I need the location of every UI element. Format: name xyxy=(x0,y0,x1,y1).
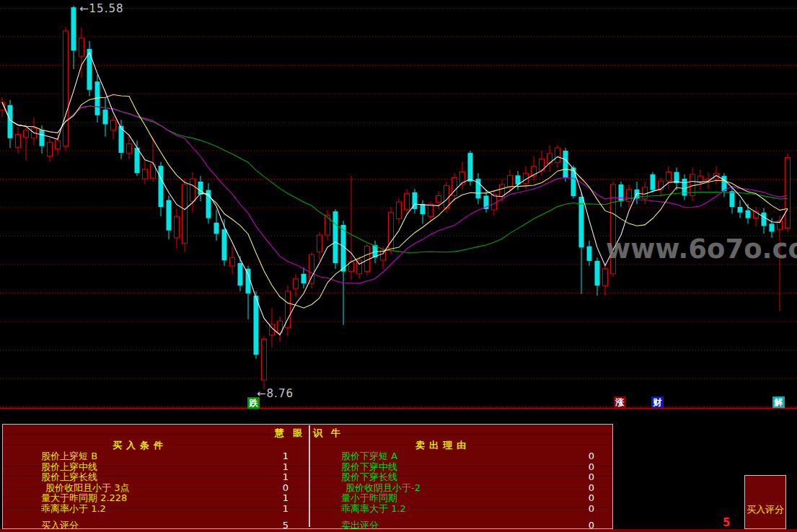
condition-value: 0 xyxy=(563,462,594,472)
candles xyxy=(0,6,791,389)
panel-title-left: 慧眼 xyxy=(275,428,311,438)
signal-panel: 慧眼 识牛 买入条件 卖出理由 股价上穿短 B1股价上穿中线1股价上穿长线1股价… xyxy=(2,424,613,529)
condition-value: 0 xyxy=(260,483,289,493)
chart-badge[interactable]: 涨 xyxy=(614,396,626,408)
bottom-strip xyxy=(0,529,797,532)
watermark: www.6o7o.com xyxy=(606,234,797,265)
panel-divider xyxy=(309,425,310,527)
condition-value: 0 xyxy=(563,472,594,482)
condition-label: 乖离率大于 1.2 xyxy=(341,504,406,514)
condition-value: 1 xyxy=(260,451,289,461)
condition-label: 乖离率小于 1.2 xyxy=(41,504,106,514)
buy-score-box[interactable]: 买入评分 xyxy=(744,475,786,529)
condition-label: 股价下穿中线 xyxy=(341,462,397,472)
chart-badge[interactable]: 解 xyxy=(772,396,785,408)
condition-label: 股价下穿短 A xyxy=(341,451,397,461)
chart-badge[interactable]: 财 xyxy=(651,396,664,408)
condition-value: 0 xyxy=(563,493,594,503)
sell-reasons-header: 卖出理由 xyxy=(415,440,470,451)
candlestick-chart: ←15.58 ←8.76 www.6o7o.com 跌涨财解 xyxy=(0,0,797,411)
condition-label: 股价上穿短 B xyxy=(41,451,97,461)
condition-value: 0 xyxy=(563,504,594,514)
condition-label: 股价下穿长线 xyxy=(341,472,397,482)
condition-value: 0 xyxy=(563,483,594,493)
condition-label: 量大于昨同期 2.228 xyxy=(41,493,127,503)
chart-badge[interactable]: 跌 xyxy=(247,397,260,409)
condition-value: 1 xyxy=(260,504,289,514)
panel-title-right: 识牛 xyxy=(313,428,349,438)
condition-label: 股价上穿长线 xyxy=(41,472,97,482)
condition-label: 股价收阴且小于-2 xyxy=(345,483,420,493)
condition-value: 1 xyxy=(260,493,289,503)
stray-score-value: 5 xyxy=(723,516,730,529)
condition-label: 量小于昨同期 xyxy=(341,493,397,503)
ma-line-white xyxy=(2,53,788,335)
low-price-annotation: ←8.76 xyxy=(257,387,294,400)
buy-conditions-header: 买入条件 xyxy=(113,440,167,451)
high-price-annotation: ←15.58 xyxy=(79,2,124,15)
chart-canvas xyxy=(0,0,797,411)
buy-score-box-label: 买入评分 xyxy=(747,503,784,516)
stock-trading-app: ←15.58 ←8.76 www.6o7o.com 跌涨财解 慧眼 识牛 买入条… xyxy=(0,0,797,532)
condition-value: 1 xyxy=(260,462,289,472)
condition-value: 1 xyxy=(260,472,289,482)
condition-label: 股价收阳且小于 3点 xyxy=(45,483,129,493)
condition-value: 0 xyxy=(563,451,594,461)
condition-label: 股价上穿中线 xyxy=(41,462,97,472)
